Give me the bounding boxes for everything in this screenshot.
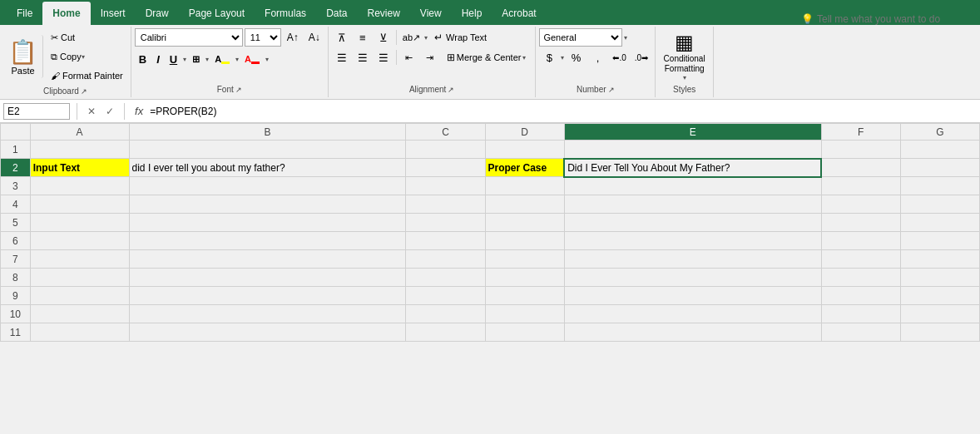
tab-view[interactable]: View (410, 2, 452, 25)
cell-reference-box[interactable] (3, 103, 70, 120)
row-header-9[interactable]: 9 (1, 287, 31, 305)
cell-d8[interactable] (485, 269, 564, 287)
cell-d11[interactable] (485, 323, 564, 342)
cell-f6[interactable] (821, 232, 900, 250)
bold-button[interactable]: B (135, 50, 151, 68)
cell-e1[interactable] (564, 141, 821, 159)
row-header-7[interactable]: 7 (1, 250, 31, 269)
align-top-button[interactable]: ⊼ (332, 28, 352, 47)
cell-g6[interactable] (900, 232, 979, 250)
tab-file[interactable]: File (7, 2, 42, 25)
cell-e2[interactable]: Did I Ever Tell You About My Father? (564, 159, 821, 177)
col-header-c[interactable]: C (406, 124, 485, 141)
percent-button[interactable]: % (566, 48, 586, 67)
cell-f3[interactable] (821, 177, 900, 195)
cell-f5[interactable] (821, 214, 900, 232)
cell-a5[interactable] (30, 214, 129, 232)
tab-home[interactable]: Home (42, 2, 90, 25)
align-center-button[interactable]: ☰ (353, 48, 373, 67)
comma-button[interactable]: , (587, 48, 607, 67)
number-expand-icon[interactable]: ↗ (608, 86, 615, 94)
row-header-1[interactable]: 1 (1, 141, 31, 159)
cell-c4[interactable] (406, 195, 485, 214)
copy-button[interactable]: ⧉ Copy ▾ (47, 47, 127, 66)
row-header-8[interactable]: 8 (1, 269, 31, 287)
cell-b1[interactable] (129, 141, 406, 159)
increase-decimal-button[interactable]: .0➡ (631, 48, 651, 67)
cell-b10[interactable] (129, 305, 406, 323)
cell-b6[interactable] (129, 232, 406, 250)
cell-g9[interactable] (900, 287, 979, 305)
col-header-g[interactable]: G (900, 124, 979, 141)
cell-g5[interactable] (900, 214, 979, 232)
border-button[interactable]: ⊞ (188, 50, 204, 68)
cell-a8[interactable] (30, 269, 129, 287)
format-painter-button[interactable]: 🖌 Format Painter (47, 67, 127, 85)
italic-button[interactable]: I (152, 50, 164, 68)
cell-a9[interactable] (30, 287, 129, 305)
cell-b2[interactable]: did I ever tell you about my father? (129, 159, 406, 177)
wrap-text-button[interactable]: ↵ Wrap Text (428, 28, 492, 47)
cell-g2[interactable] (900, 159, 979, 177)
cell-b4[interactable] (129, 195, 406, 214)
font-size-select[interactable]: 11 (245, 28, 281, 47)
paste-button[interactable]: 📋 Paste (3, 35, 43, 78)
cell-g11[interactable] (900, 323, 979, 342)
row-header-2[interactable]: 2 (1, 159, 31, 177)
cell-f8[interactable] (821, 269, 900, 287)
cell-d7[interactable] (485, 250, 564, 269)
cell-d9[interactable] (485, 287, 564, 305)
tab-insert[interactable]: Insert (91, 2, 136, 25)
cell-g8[interactable] (900, 269, 979, 287)
cell-g10[interactable] (900, 305, 979, 323)
cell-f9[interactable] (821, 287, 900, 305)
font-expand-icon[interactable]: ↗ (235, 86, 242, 94)
col-header-d[interactable]: D (485, 124, 564, 141)
row-header-4[interactable]: 4 (1, 195, 31, 214)
tab-data[interactable]: Data (316, 2, 357, 25)
row-header-11[interactable]: 11 (1, 323, 31, 342)
fill-color-button[interactable]: A (210, 50, 234, 68)
cell-e11[interactable] (564, 323, 821, 342)
cell-a2[interactable]: Input Text (30, 159, 129, 177)
cell-d6[interactable] (485, 232, 564, 250)
cell-c7[interactable] (406, 250, 485, 269)
row-header-3[interactable]: 3 (1, 177, 31, 195)
cell-a10[interactable] (30, 305, 129, 323)
cell-d10[interactable] (485, 305, 564, 323)
cell-b7[interactable] (129, 250, 406, 269)
cell-c9[interactable] (406, 287, 485, 305)
currency-button[interactable]: $ (539, 48, 559, 67)
cell-e9[interactable] (564, 287, 821, 305)
align-bottom-button[interactable]: ⊻ (374, 28, 393, 47)
cell-e6[interactable] (564, 232, 821, 250)
cell-a7[interactable] (30, 250, 129, 269)
tell-me-input[interactable] (817, 13, 967, 25)
underline-button[interactable]: U (166, 50, 181, 68)
cell-c5[interactable] (406, 214, 485, 232)
cell-b5[interactable] (129, 214, 406, 232)
cancel-formula-button[interactable]: ✕ (84, 104, 99, 119)
cell-f2[interactable] (821, 159, 900, 177)
align-right-button[interactable]: ☰ (374, 48, 393, 67)
cell-d1[interactable] (485, 141, 564, 159)
cell-g7[interactable] (900, 250, 979, 269)
row-header-10[interactable]: 10 (1, 305, 31, 323)
cell-c10[interactable] (406, 305, 485, 323)
decrease-decimal-button[interactable]: ⬅.0 (609, 48, 629, 67)
cell-e8[interactable] (564, 269, 821, 287)
cut-button[interactable]: ✂ Cut (47, 28, 127, 47)
cell-e10[interactable] (564, 305, 821, 323)
cell-f1[interactable] (821, 141, 900, 159)
cell-c6[interactable] (406, 232, 485, 250)
cell-c1[interactable] (406, 141, 485, 159)
tab-formulas[interactable]: Formulas (255, 2, 316, 25)
increase-font-size-button[interactable]: A↑ (283, 28, 303, 47)
cell-g3[interactable] (900, 177, 979, 195)
row-header-6[interactable]: 6 (1, 232, 31, 250)
angle-text-button[interactable]: ab↗ (399, 28, 423, 47)
cell-d4[interactable] (485, 195, 564, 214)
cell-f4[interactable] (821, 195, 900, 214)
font-name-select[interactable]: Calibri (135, 28, 243, 47)
cell-d2[interactable]: Proper Case (485, 159, 564, 177)
